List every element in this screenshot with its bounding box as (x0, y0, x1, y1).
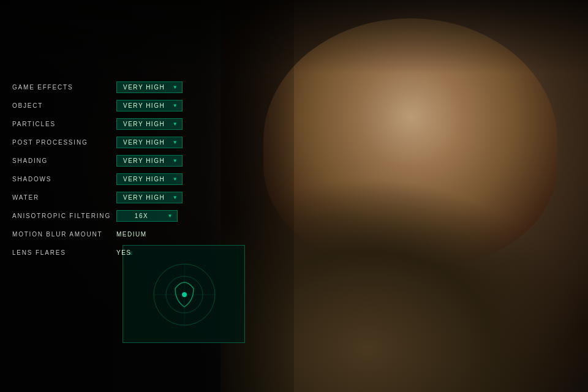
svg-point-5 (182, 292, 187, 297)
dropdown-container-post-processing: VERY HIGH (116, 137, 183, 148)
menu-label-object: OBJECT (12, 102, 116, 109)
value-motion-blur: MEDIUM (116, 231, 147, 238)
dropdown-container-water: VERY HIGH (116, 192, 183, 203)
menu-row-particles: PARTICLESVERY HIGH (12, 115, 282, 132)
menu-row-game-effects: GAME EFFECTSVERY HIGH (12, 78, 282, 96)
menu-row-motion-blur: MOTION BLUR AMOUNTMEDIUM (12, 225, 282, 243)
dropdown-post-processing[interactable]: VERY HIGH (116, 137, 183, 148)
dropdown-particles[interactable]: VERY HIGH (116, 118, 183, 130)
menu-row-water: WATERVERY HIGH (12, 189, 282, 206)
dropdown-container-object: VERY HIGH (116, 100, 183, 111)
menu-label-anisotropic: ANISOTROPIC FILTERING (12, 213, 116, 219)
dropdown-anisotropic[interactable]: 16X (116, 210, 178, 222)
dropdown-object[interactable]: VERY HIGH (116, 100, 183, 111)
dropdown-game-effects[interactable]: VERY HIGH (116, 81, 183, 93)
menu-row-shadows: SHADOWSVERY HIGH (12, 170, 282, 187)
menu-row-anisotropic: ANISOTROPIC FILTERING16X (12, 207, 282, 224)
menu-label-post-processing: POST PROCESSING (12, 139, 116, 146)
menu-label-water: WATER (12, 194, 116, 201)
dropdown-container-game-effects: VERY HIGH (116, 81, 183, 93)
menu-label-particles: PARTICLES (12, 121, 116, 127)
menu-label-shading: SHADING (12, 157, 116, 164)
dropdown-shadows[interactable]: VERY HIGH (116, 173, 183, 185)
menu-label-motion-blur: MOTION BLUR AMOUNT (12, 231, 116, 238)
menu-row-object: OBJECTVERY HIGH (12, 97, 282, 114)
advanced-graphics-menu: GAME EFFECTSVERY HIGHOBJECTVERY HIGHPART… (12, 61, 282, 261)
menu-row-post-processing: POST PROCESSINGVERY HIGH (12, 134, 282, 151)
menu-row-lens-flares: LENS FLARESYES (12, 244, 282, 261)
menu-row-shading: SHADINGVERY HIGH (12, 152, 282, 169)
scene: E GAME EFFECTSVERY HIGHOBJECTVERY HIGHPA… (0, 0, 588, 392)
dropdown-container-shadows: VERY HIGH (116, 173, 183, 185)
dropdown-water[interactable]: VERY HIGH (116, 192, 183, 203)
dropdown-container-anisotropic: 16X (116, 210, 178, 222)
dropdown-container-particles: VERY HIGH (116, 118, 183, 130)
menu-label-lens-flares: LENS FLARES (12, 249, 116, 256)
menu-items-list: GAME EFFECTSVERY HIGHOBJECTVERY HIGHPART… (12, 78, 282, 261)
value-lens-flares: YES (116, 249, 132, 256)
dropdown-container-shading: VERY HIGH (116, 155, 183, 167)
menu-label-game-effects: GAME EFFECTS (12, 84, 116, 91)
dropdown-shading[interactable]: VERY HIGH (116, 155, 183, 167)
menu-title-bar (12, 61, 282, 65)
menu-label-shadows: SHADOWS (12, 176, 116, 183)
